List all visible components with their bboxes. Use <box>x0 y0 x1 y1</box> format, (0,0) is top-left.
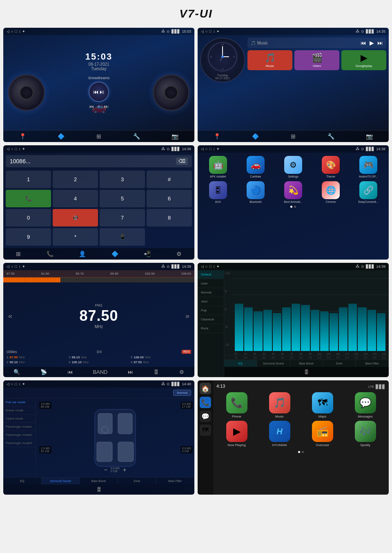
eq-bar-14[interactable] <box>358 307 366 351</box>
cp-app-spotify[interactable]: 🎶 Spotify <box>345 421 385 447</box>
eq-nav-icon[interactable]: 🎛 <box>304 369 309 375</box>
key-6[interactable]: 6 <box>147 190 192 207</box>
app-theme[interactable]: 🎨 Theme <box>314 156 348 178</box>
back-icon-6[interactable]: ◁ <box>201 264 204 269</box>
eq-bar-15[interactable] <box>368 310 376 351</box>
preset-1[interactable]: 1 87.50 MHz <box>7 355 67 359</box>
home-icon-3[interactable]: ○ <box>11 147 13 151</box>
eq-bar-3[interactable] <box>254 311 262 351</box>
back-icon-3[interactable]: ◁ <box>7 147 9 151</box>
cp-app-hyundai[interactable]: H HYUNDAI <box>259 421 300 447</box>
eq-bar-1[interactable] <box>235 304 243 351</box>
key-2[interactable]: 2 <box>53 171 98 188</box>
phone-apps[interactable]: ⊞ <box>16 251 21 257</box>
recent-icon-6[interactable]: □ <box>209 264 211 269</box>
phone-bluetooth[interactable]: 🔷 <box>111 251 118 257</box>
key-star[interactable]: * <box>53 228 98 246</box>
app-easyconnect[interactable]: 🔗 EasyConnecti... <box>351 181 385 203</box>
nav-settings-2[interactable]: 🔧 <box>327 133 334 140</box>
home-icon[interactable]: ○ <box>11 29 13 33</box>
app-aux[interactable]: 🎛 AUX <box>201 181 235 203</box>
surr-tab-surround[interactable]: Surround Sound <box>42 477 80 484</box>
surr-minus[interactable]: − <box>104 466 107 473</box>
back-icon-4[interactable]: ◁ <box>201 147 204 151</box>
surr-tab-zone[interactable]: Zone <box>118 477 156 484</box>
app-settings[interactable]: ⚙ Settings <box>276 156 310 178</box>
preset-6[interactable]: 6 87.50 MHz <box>131 360 191 364</box>
eq-bar-5[interactable] <box>273 313 281 351</box>
key-3[interactable]: 3 <box>100 171 145 188</box>
home-icon-7[interactable]: ○ <box>11 382 13 386</box>
phone-bt2[interactable]: 📲 <box>144 251 151 257</box>
normal-badge[interactable]: Normal <box>173 390 191 396</box>
music-prev[interactable]: ⏮ <box>361 40 366 46</box>
cp-app-now-playing[interactable]: ▶ Now Playing <box>216 421 257 447</box>
cp-app-music[interactable]: 🎵 Music <box>259 392 300 418</box>
radio-settings[interactable]: ⚙ <box>179 369 184 375</box>
recent-icon-7[interactable]: □ <box>15 382 17 386</box>
nav-apps[interactable]: ⊞ <box>96 133 101 140</box>
eq-preset-jazz[interactable]: Jazz <box>198 297 224 306</box>
nav-location-2[interactable]: 📍 <box>214 133 220 140</box>
home-icon-4[interactable]: ○ <box>205 147 207 151</box>
cp-side-msg[interactable]: 💬 <box>200 411 211 422</box>
recent-icon-2[interactable]: □ <box>209 29 211 33</box>
cp-side-phone[interactable]: 📞 <box>200 397 211 408</box>
eq-tab-bass-filter[interactable]: Bass Filter <box>356 360 389 367</box>
surr-mode-driver[interactable]: Driver mode <box>3 406 36 415</box>
delete-button[interactable]: ⌫ <box>176 158 188 165</box>
back-icon-7[interactable]: ◁ <box>7 382 9 386</box>
recent-icon-3[interactable]: □ <box>15 147 17 151</box>
app-carmate[interactable]: 🚗 CarMate <box>238 156 273 178</box>
key-4[interactable]: 4 <box>53 190 98 207</box>
cp-side-home[interactable]: 🏠 <box>200 383 211 394</box>
nav-bluetooth[interactable]: 🔷 <box>58 133 65 140</box>
eq-preset-pop[interactable]: Pop <box>198 306 224 315</box>
eq-preset-classical[interactable]: Classical <box>198 315 224 324</box>
cp-app-overcast[interactable]: 📻 Overcast <box>302 421 343 447</box>
nav-camera-2[interactable]: 📷 <box>366 133 373 140</box>
eq-bar-10[interactable] <box>320 311 329 351</box>
recent-icon-4[interactable]: □ <box>209 147 211 151</box>
app-bluetooth[interactable]: 🔵 Bluetooth <box>238 181 273 203</box>
music-next[interactable]: ⏭ <box>377 40 383 46</box>
surr-nav-icon[interactable]: 🎛 <box>96 486 102 493</box>
surr-tab-eq[interactable]: EQ <box>3 477 42 484</box>
eq-bar-9[interactable] <box>311 310 319 351</box>
nav-settings[interactable]: 🔧 <box>133 133 140 140</box>
contacts-button[interactable]: 📱 <box>100 228 145 246</box>
recent-icon[interactable]: □ <box>15 29 17 33</box>
skip-forward-button[interactable]: » <box>185 312 189 320</box>
eq-tab-bass-boost[interactable]: Bass Boost <box>290 360 323 367</box>
call-button[interactable]: 📞 <box>6 190 51 207</box>
preset-4[interactable]: 4 106.10 MHz <box>69 360 129 364</box>
eq-preset-user[interactable]: User <box>198 279 224 288</box>
surr-plus[interactable]: + <box>123 466 126 473</box>
cp-app-maps[interactable]: 🗺 Maps <box>302 392 343 418</box>
key-8[interactable]: 8 <box>147 209 192 227</box>
end-call-button[interactable]: 📵 <box>53 209 98 227</box>
radio-next[interactable]: ⏭ <box>128 369 133 375</box>
key-hash[interactable]: # <box>147 171 192 188</box>
skip-back-button[interactable]: « <box>8 312 12 320</box>
app-apk-installer[interactable]: 🤖 APK installer <box>201 156 235 178</box>
key-9[interactable]: 9 <box>6 228 51 246</box>
eq-bar-4[interactable] <box>263 310 272 351</box>
key-1[interactable]: 1 <box>6 171 51 188</box>
surr-mode-full[interactable]: Full car mode <box>3 398 36 406</box>
eq-bar-11[interactable] <box>330 313 338 351</box>
cp-app-messages[interactable]: 💬 Messages <box>345 392 385 418</box>
surr-tab-bass-filter[interactable]: Bass Filter <box>156 477 194 484</box>
back-icon-2[interactable]: ◁ <box>201 29 204 33</box>
radio-band-btn[interactable]: BAND <box>93 369 107 375</box>
radio-eq[interactable]: 🎛 <box>154 369 159 375</box>
music-play[interactable]: ▶ <box>370 40 374 46</box>
key-0[interactable]: 0 <box>6 209 51 227</box>
key-5[interactable]: 5 <box>100 190 145 207</box>
phone-contacts[interactable]: 👤 <box>79 251 86 257</box>
cp-app-phone[interactable]: 📞 Phone <box>216 392 257 418</box>
radio-scan[interactable]: 📡 <box>40 369 47 375</box>
eq-preset-default[interactable]: Default <box>198 270 224 279</box>
eq-bar-6[interactable] <box>282 307 291 351</box>
preset-5[interactable]: 5 108.00 MHz <box>131 355 191 359</box>
